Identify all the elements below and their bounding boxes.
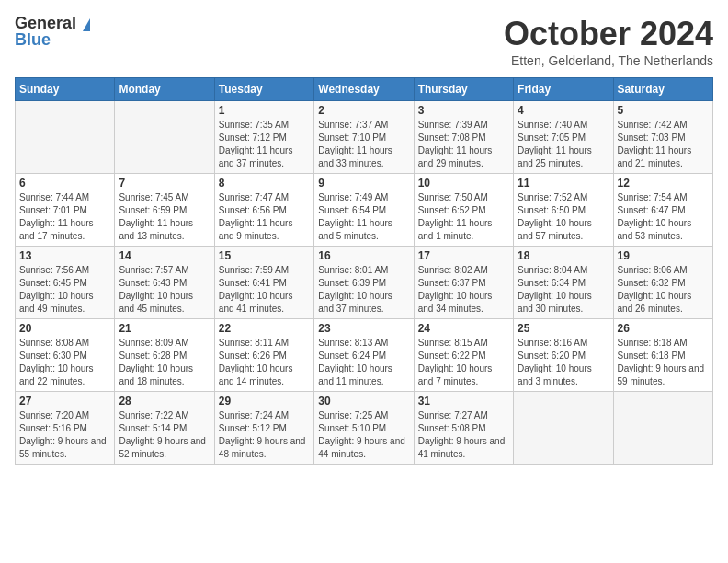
day-info: Sunrise: 8:02 AM Sunset: 6:37 PM Dayligh… — [418, 264, 509, 316]
calendar-cell: 22Sunrise: 8:11 AM Sunset: 6:26 PM Dayli… — [214, 319, 313, 392]
calendar-cell: 10Sunrise: 7:50 AM Sunset: 6:52 PM Dayli… — [414, 174, 513, 247]
title-area: October 2024 Etten, Gelderland, The Neth… — [504, 15, 713, 68]
day-number: 21 — [119, 322, 210, 335]
location-text: Etten, Gelderland, The Netherlands — [504, 53, 713, 68]
day-number: 5 — [618, 104, 709, 117]
day-info: Sunrise: 8:11 AM Sunset: 6:26 PM Dayligh… — [219, 337, 310, 388]
calendar-cell: 14Sunrise: 7:57 AM Sunset: 6:43 PM Dayli… — [115, 247, 214, 319]
calendar-cell: 31Sunrise: 7:27 AM Sunset: 5:08 PM Dayli… — [414, 392, 513, 465]
day-number: 30 — [318, 395, 409, 408]
calendar-cell — [16, 101, 115, 174]
weekday-header-saturday: Saturday — [613, 78, 712, 101]
calendar-week-5: 27Sunrise: 7:20 AM Sunset: 5:16 PM Dayli… — [16, 392, 713, 465]
calendar-cell: 21Sunrise: 8:09 AM Sunset: 6:28 PM Dayli… — [115, 319, 214, 392]
calendar-cell: 27Sunrise: 7:20 AM Sunset: 5:16 PM Dayli… — [16, 392, 115, 465]
calendar-cell: 26Sunrise: 8:18 AM Sunset: 6:18 PM Dayli… — [613, 319, 712, 392]
calendar-cell: 2Sunrise: 7:37 AM Sunset: 7:10 PM Daylig… — [314, 101, 414, 174]
day-number: 27 — [19, 395, 110, 408]
day-info: Sunrise: 8:08 AM Sunset: 6:30 PM Dayligh… — [19, 337, 110, 388]
weekday-header-friday: Friday — [514, 78, 613, 101]
calendar-cell: 12Sunrise: 7:54 AM Sunset: 6:47 PM Dayli… — [613, 174, 712, 247]
calendar-cell: 17Sunrise: 8:02 AM Sunset: 6:37 PM Dayli… — [414, 247, 513, 319]
calendar-cell: 9Sunrise: 7:49 AM Sunset: 6:54 PM Daylig… — [314, 174, 414, 247]
day-info: Sunrise: 7:27 AM Sunset: 5:08 PM Dayligh… — [418, 409, 509, 461]
calendar-cell: 1Sunrise: 7:35 AM Sunset: 7:12 PM Daylig… — [214, 101, 313, 174]
calendar-cell: 30Sunrise: 7:25 AM Sunset: 5:10 PM Dayli… — [314, 392, 414, 465]
weekday-header-sunday: Sunday — [16, 78, 115, 101]
calendar-cell: 15Sunrise: 7:59 AM Sunset: 6:41 PM Dayli… — [214, 247, 313, 319]
logo-general-text: General — [15, 14, 76, 32]
calendar-cell: 23Sunrise: 8:13 AM Sunset: 6:24 PM Dayli… — [314, 319, 414, 392]
day-number: 22 — [219, 322, 310, 335]
calendar-cell: 19Sunrise: 8:06 AM Sunset: 6:32 PM Dayli… — [613, 247, 712, 319]
day-number: 28 — [119, 395, 210, 408]
day-number: 11 — [518, 177, 609, 190]
day-info: Sunrise: 8:13 AM Sunset: 6:24 PM Dayligh… — [318, 337, 409, 388]
day-info: Sunrise: 7:44 AM Sunset: 7:01 PM Dayligh… — [19, 191, 110, 243]
calendar-cell: 7Sunrise: 7:45 AM Sunset: 6:59 PM Daylig… — [115, 174, 214, 247]
day-info: Sunrise: 7:39 AM Sunset: 7:08 PM Dayligh… — [418, 119, 509, 170]
day-number: 8 — [219, 177, 310, 190]
day-number: 18 — [518, 249, 609, 262]
day-info: Sunrise: 7:22 AM Sunset: 5:14 PM Dayligh… — [119, 409, 210, 461]
day-info: Sunrise: 7:56 AM Sunset: 6:45 PM Dayligh… — [19, 264, 110, 316]
weekday-header-tuesday: Tuesday — [214, 78, 313, 101]
calendar-cell: 16Sunrise: 8:01 AM Sunset: 6:39 PM Dayli… — [314, 247, 414, 319]
calendar-cell: 5Sunrise: 7:42 AM Sunset: 7:03 PM Daylig… — [613, 101, 712, 174]
day-number: 7 — [119, 177, 210, 190]
day-number: 24 — [418, 322, 509, 335]
calendar-table: SundayMondayTuesdayWednesdayThursdayFrid… — [15, 77, 713, 465]
calendar-body: 1Sunrise: 7:35 AM Sunset: 7:12 PM Daylig… — [16, 101, 713, 465]
day-number: 26 — [618, 322, 709, 335]
day-info: Sunrise: 8:15 AM Sunset: 6:22 PM Dayligh… — [418, 337, 509, 388]
calendar-week-1: 1Sunrise: 7:35 AM Sunset: 7:12 PM Daylig… — [16, 101, 713, 174]
day-number: 12 — [618, 177, 709, 190]
day-info: Sunrise: 8:04 AM Sunset: 6:34 PM Dayligh… — [518, 264, 609, 316]
weekday-header-monday: Monday — [115, 78, 214, 101]
day-number: 19 — [618, 249, 709, 262]
day-number: 4 — [518, 104, 609, 117]
calendar-week-2: 6Sunrise: 7:44 AM Sunset: 7:01 PM Daylig… — [16, 174, 713, 247]
calendar-cell: 25Sunrise: 8:16 AM Sunset: 6:20 PM Dayli… — [514, 319, 613, 392]
calendar-cell: 6Sunrise: 7:44 AM Sunset: 7:01 PM Daylig… — [16, 174, 115, 247]
day-number: 25 — [518, 322, 609, 335]
day-info: Sunrise: 7:47 AM Sunset: 6:56 PM Dayligh… — [219, 191, 310, 243]
calendar-header: SundayMondayTuesdayWednesdayThursdayFrid… — [16, 78, 713, 101]
day-number: 2 — [318, 104, 409, 117]
day-number: 16 — [318, 249, 409, 262]
calendar-cell: 4Sunrise: 7:40 AM Sunset: 7:05 PM Daylig… — [514, 101, 613, 174]
page-header: General Blue October 2024 Etten, Gelderl… — [15, 15, 713, 68]
weekday-header-thursday: Thursday — [414, 78, 513, 101]
day-number: 20 — [19, 322, 110, 335]
day-number: 9 — [318, 177, 409, 190]
day-number: 17 — [418, 249, 509, 262]
day-info: Sunrise: 7:40 AM Sunset: 7:05 PM Dayligh… — [518, 119, 609, 170]
calendar-week-3: 13Sunrise: 7:56 AM Sunset: 6:45 PM Dayli… — [16, 247, 713, 319]
day-info: Sunrise: 8:01 AM Sunset: 6:39 PM Dayligh… — [318, 264, 409, 316]
calendar-cell: 29Sunrise: 7:24 AM Sunset: 5:12 PM Dayli… — [214, 392, 313, 465]
logo-blue-text: Blue — [15, 31, 90, 48]
day-number: 3 — [418, 104, 509, 117]
day-info: Sunrise: 7:57 AM Sunset: 6:43 PM Dayligh… — [119, 264, 210, 316]
logo-triangle-icon — [83, 18, 90, 31]
day-info: Sunrise: 7:37 AM Sunset: 7:10 PM Dayligh… — [318, 119, 409, 170]
day-info: Sunrise: 8:16 AM Sunset: 6:20 PM Dayligh… — [518, 337, 609, 388]
day-number: 6 — [19, 177, 110, 190]
calendar-cell: 11Sunrise: 7:52 AM Sunset: 6:50 PM Dayli… — [514, 174, 613, 247]
day-number: 29 — [219, 395, 310, 408]
day-info: Sunrise: 7:42 AM Sunset: 7:03 PM Dayligh… — [618, 119, 709, 170]
calendar-cell: 24Sunrise: 8:15 AM Sunset: 6:22 PM Dayli… — [414, 319, 513, 392]
day-info: Sunrise: 7:35 AM Sunset: 7:12 PM Dayligh… — [219, 119, 310, 170]
day-info: Sunrise: 8:09 AM Sunset: 6:28 PM Dayligh… — [119, 337, 210, 388]
calendar-cell — [115, 101, 214, 174]
calendar-cell: 8Sunrise: 7:47 AM Sunset: 6:56 PM Daylig… — [214, 174, 313, 247]
day-number: 13 — [19, 249, 110, 262]
day-info: Sunrise: 8:06 AM Sunset: 6:32 PM Dayligh… — [618, 264, 709, 316]
day-info: Sunrise: 7:59 AM Sunset: 6:41 PM Dayligh… — [219, 264, 310, 316]
calendar-cell: 13Sunrise: 7:56 AM Sunset: 6:45 PM Dayli… — [16, 247, 115, 319]
day-number: 23 — [318, 322, 409, 335]
calendar-cell: 28Sunrise: 7:22 AM Sunset: 5:14 PM Dayli… — [115, 392, 214, 465]
day-info: Sunrise: 7:25 AM Sunset: 5:10 PM Dayligh… — [318, 409, 409, 461]
day-info: Sunrise: 7:45 AM Sunset: 6:59 PM Dayligh… — [119, 191, 210, 243]
weekday-header-row: SundayMondayTuesdayWednesdayThursdayFrid… — [16, 78, 713, 101]
